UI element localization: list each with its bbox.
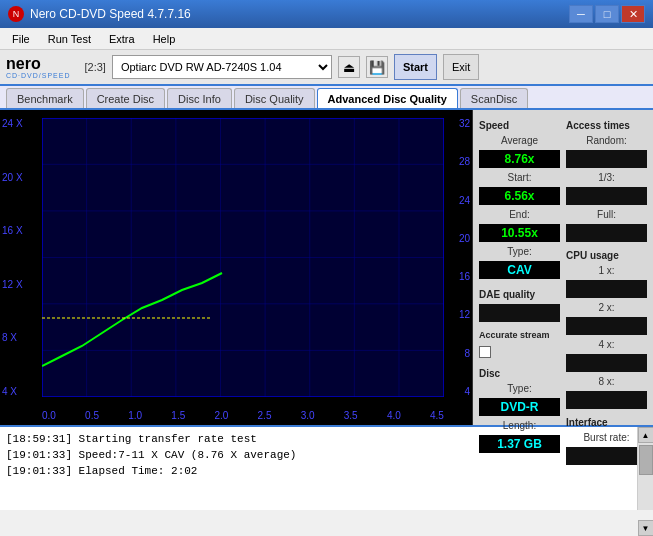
end-value: 10.55x [479, 224, 560, 242]
accurate-stream-header: Accurate stream [479, 330, 560, 340]
maximize-button[interactable]: □ [595, 5, 619, 23]
y-label-16: 16 X [2, 225, 23, 236]
drive-select[interactable]: Optiarc DVD RW AD-7240S 1.04 [112, 55, 332, 79]
menu-bar: File Run Test Extra Help [0, 28, 653, 50]
menu-run-test[interactable]: Run Test [40, 31, 99, 47]
menu-help[interactable]: Help [145, 31, 184, 47]
y-right-28: 28 [459, 156, 470, 167]
x-label-4: 4.0 [387, 410, 401, 421]
log-line-3: [19:01:33] Elapsed Time: 2:02 [6, 463, 631, 479]
start-button[interactable]: Start [394, 54, 437, 80]
scrollbar-thumb[interactable] [639, 445, 653, 475]
menu-file[interactable]: File [4, 31, 38, 47]
y-label-4: 4 X [2, 386, 23, 397]
graph-area: 24 X 20 X 16 X 12 X 8 X 4 X [0, 110, 473, 425]
save-icon[interactable]: 💾 [366, 56, 388, 78]
speed-header: Speed [479, 120, 560, 131]
disc-header: Disc [479, 368, 560, 379]
nero-logo-text: nero [6, 56, 71, 72]
tab-disc-quality[interactable]: Disc Quality [234, 88, 315, 108]
y-right-16: 16 [459, 271, 470, 282]
tab-advanced-disc-quality[interactable]: Advanced Disc Quality [317, 88, 458, 108]
cpu-2x-value [566, 317, 647, 335]
toolbar: nero CD·DVD/SPEED [2:3] Optiarc DVD RW A… [0, 50, 653, 86]
full-label: Full: [566, 209, 647, 220]
accurate-stream-row [479, 346, 560, 358]
y-right-20: 20 [459, 233, 470, 244]
random-value [566, 150, 647, 168]
y-right-4: 4 [459, 386, 470, 397]
y-axis-right: 32 28 24 20 16 12 8 4 [459, 118, 470, 397]
y-label-12: 12 X [2, 279, 23, 290]
y-right-8: 8 [459, 348, 470, 359]
stats-column-right: Access times Random: 1/3: Full: CPU usag… [566, 116, 647, 419]
title-bar-controls: ─ □ ✕ [569, 5, 645, 23]
graph-svg [42, 118, 444, 397]
x-label-45: 4.5 [430, 410, 444, 421]
minimize-button[interactable]: ─ [569, 5, 593, 23]
x-axis: 0.0 0.5 1.0 1.5 2.0 2.5 3.0 3.5 4.0 4.5 [42, 410, 444, 421]
disc-type-label: Type: [479, 383, 560, 394]
end-label: End: [479, 209, 560, 220]
cpu-header: CPU usage [566, 250, 647, 261]
title-bar: N Nero CD-DVD Speed 4.7.7.16 ─ □ ✕ [0, 0, 653, 28]
tab-create-disc[interactable]: Create Disc [86, 88, 165, 108]
cpu-2x-label: 2 x: [566, 302, 647, 313]
dae-value [479, 304, 560, 322]
nero-logo: nero CD·DVD/SPEED [6, 56, 71, 79]
scrollbar-down[interactable]: ▼ [638, 520, 654, 536]
accurate-stream-checkbox[interactable] [479, 346, 491, 358]
y-label-20: 20 X [2, 172, 23, 183]
eject-icon[interactable]: ⏏ [338, 56, 360, 78]
log-line-1: [18:59:31] Starting transfer rate test [6, 431, 631, 447]
drive-label: [2:3] [85, 61, 106, 73]
nero-logo-sub: CD·DVD/SPEED [6, 72, 71, 79]
log-area: [18:59:31] Starting transfer rate test [… [0, 425, 653, 510]
start-value: 6.56x [479, 187, 560, 205]
access-times-header: Access times [566, 120, 647, 131]
x-label-2: 2.0 [214, 410, 228, 421]
log-content: [18:59:31] Starting transfer rate test [… [0, 427, 637, 510]
x-label-05: 0.5 [85, 410, 99, 421]
exit-button[interactable]: Exit [443, 54, 479, 80]
x-label-3: 3.0 [301, 410, 315, 421]
random-label: Random: [566, 135, 647, 146]
right-panel: Speed Average 8.76x Start: 6.56x End: 10… [473, 110, 653, 425]
x-label-0: 0.0 [42, 410, 56, 421]
tab-scandisc[interactable]: ScanDisc [460, 88, 528, 108]
y-label-8: 8 X [2, 332, 23, 343]
main-content: 24 X 20 X 16 X 12 X 8 X 4 X [0, 110, 653, 425]
log-scrollbar: ▲ ▼ [637, 427, 653, 510]
dae-header: DAE quality [479, 289, 560, 300]
y-label-24: 24 X [2, 118, 23, 129]
tab-disc-info[interactable]: Disc Info [167, 88, 232, 108]
tabs-bar: Benchmark Create Disc Disc Info Disc Qua… [0, 86, 653, 110]
scrollbar-up[interactable]: ▲ [638, 427, 654, 443]
one-third-label: 1/3: [566, 172, 647, 183]
title-bar-left: N Nero CD-DVD Speed 4.7.7.16 [8, 6, 191, 22]
x-label-15: 1.5 [171, 410, 185, 421]
type-value: CAV [479, 261, 560, 279]
y-axis-left: 24 X 20 X 16 X 12 X 8 X 4 X [2, 118, 23, 397]
y-right-12: 12 [459, 309, 470, 320]
cpu-4x-label: 4 x: [566, 339, 647, 350]
menu-extra[interactable]: Extra [101, 31, 143, 47]
log-line-2: [19:01:33] Speed:7-11 X CAV (8.76 X aver… [6, 447, 631, 463]
cpu-8x-value [566, 391, 647, 409]
app-title: Nero CD-DVD Speed 4.7.7.16 [30, 7, 191, 21]
y-right-32: 32 [459, 118, 470, 129]
tab-benchmark[interactable]: Benchmark [6, 88, 84, 108]
y-right-24: 24 [459, 195, 470, 206]
disc-type-value: DVD-R [479, 398, 560, 416]
full-value [566, 224, 647, 242]
cpu-1x-value [566, 280, 647, 298]
app-icon: N [8, 6, 24, 22]
start-label: Start: [479, 172, 560, 183]
close-button[interactable]: ✕ [621, 5, 645, 23]
x-label-25: 2.5 [258, 410, 272, 421]
x-label-35: 3.5 [344, 410, 358, 421]
one-third-value [566, 187, 647, 205]
x-label-1: 1.0 [128, 410, 142, 421]
cpu-1x-label: 1 x: [566, 265, 647, 276]
cpu-8x-label: 8 x: [566, 376, 647, 387]
